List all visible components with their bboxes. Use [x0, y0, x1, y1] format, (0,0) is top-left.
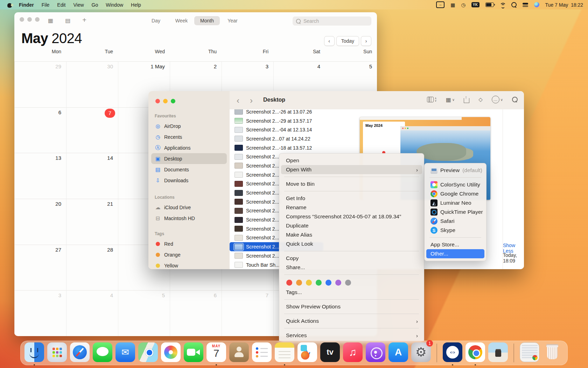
- dock-trash[interactable]: [542, 342, 562, 364]
- sidebar-item[interactable]: ◎ AirDrop: [151, 121, 227, 131]
- sidebar-item[interactable]: ☁ iCloud Drive: [151, 202, 227, 213]
- context-menu-item[interactable]: Move to Bin: [281, 179, 422, 189]
- dock-contacts[interactable]: [229, 342, 249, 364]
- file-row[interactable]: Screenshot 2...-26 at 13.07.26: [230, 109, 503, 116]
- calendar-cell[interactable]: 7: [66, 107, 118, 153]
- sidebar-item[interactable]: ◷ Recents: [151, 131, 227, 142]
- wifi-icon[interactable]: [500, 0, 505, 9]
- menu-bar-item[interactable]: Finder: [15, 0, 38, 9]
- search-button[interactable]: [512, 97, 518, 102]
- more-actions-button[interactable]: …∨: [492, 96, 503, 103]
- dock-music[interactable]: ♫: [343, 342, 363, 364]
- calendar-cell[interactable]: 6: [170, 290, 222, 336]
- context-menu-item[interactable]: [284, 274, 419, 275]
- context-menu-item[interactable]: Services ›: [281, 331, 422, 340]
- sidebar-item[interactable]: ▤ Documents: [151, 164, 227, 175]
- open-with-app-item[interactable]: Other...: [426, 249, 484, 258]
- sidebar-item[interactable]: Ⓐ Applications: [151, 142, 227, 153]
- menu-bar-item[interactable]: Help: [127, 0, 145, 9]
- dock-messages[interactable]: [92, 342, 113, 364]
- context-menu-item[interactable]: [284, 328, 419, 328]
- open-with-app-item[interactable]: [429, 237, 481, 238]
- context-menu-item[interactable]: [284, 314, 419, 314]
- tag-color-icon[interactable]: [335, 280, 341, 286]
- add-event-button[interactable]: +: [82, 16, 86, 24]
- view-tab[interactable]: Month: [194, 16, 220, 25]
- calendar-cell[interactable]: 6: [14, 107, 66, 153]
- context-menu-item[interactable]: Compress “Screenshot 2024-05-07 at 18.09…: [281, 212, 422, 221]
- open-with-app-item[interactable]: QuickTime Player: [426, 207, 484, 217]
- open-with-app-item[interactable]: Preview (default): [426, 166, 484, 175]
- menu-bar-item[interactable]: Edit: [53, 0, 69, 9]
- dock-safari[interactable]: [70, 342, 90, 364]
- back-button[interactable]: ‹: [237, 96, 239, 105]
- open-with-app-item[interactable]: ColorSync Utility: [426, 180, 484, 189]
- menu-bar-item[interactable]: Go: [88, 0, 102, 9]
- siri-icon[interactable]: [534, 0, 539, 9]
- dock-facetime[interactable]: [183, 342, 204, 364]
- menu-bar-item[interactable]: View: [69, 0, 88, 9]
- context-menu-item[interactable]: Show Preview Options: [281, 302, 422, 311]
- open-with-app-item[interactable]: Google Chrome: [426, 189, 484, 198]
- dock-calendar[interactable]: MAY 7: [206, 342, 226, 364]
- next-month-button[interactable]: ›: [361, 36, 371, 46]
- shield-grid-icon[interactable]: ▦: [450, 0, 455, 9]
- open-with-app-item[interactable]: Luminar Neo: [426, 198, 484, 207]
- tag-color-icon[interactable]: [286, 280, 292, 286]
- view-tab[interactable]: Week: [169, 16, 194, 25]
- minimize-icon[interactable]: [27, 17, 32, 22]
- context-menu-item[interactable]: [284, 299, 419, 300]
- share-button[interactable]: [464, 96, 469, 103]
- tag-color-icon[interactable]: [316, 280, 322, 286]
- forward-button[interactable]: ›: [250, 96, 253, 105]
- zoom-icon[interactable]: [171, 99, 175, 103]
- calendar-cell[interactable]: 21: [66, 199, 118, 245]
- context-menu-item[interactable]: Get Info: [281, 194, 422, 203]
- time-machine-icon[interactable]: ◷: [461, 0, 465, 9]
- tag-color-icon[interactable]: [296, 280, 302, 286]
- sidebar-tag-item[interactable]: Yellow: [151, 260, 227, 269]
- calendar-cell[interactable]: 20: [14, 199, 66, 245]
- sidebar-tag-item[interactable]: Orange: [151, 249, 227, 260]
- minimize-icon[interactable]: [163, 99, 168, 103]
- context-menu-item[interactable]: Share...: [281, 263, 422, 272]
- sidebar-tag-item[interactable]: Red: [151, 238, 227, 249]
- dock-maps[interactable]: [138, 342, 158, 364]
- battery-icon[interactable]: [485, 0, 494, 9]
- dock-freeform[interactable]: ∿: [297, 342, 317, 364]
- view-tab[interactable]: Year: [220, 16, 245, 25]
- context-menu-item[interactable]: Quick Look: [281, 239, 422, 248]
- dock-notes[interactable]: [274, 342, 295, 364]
- context-menu-item[interactable]: Open With ›: [281, 165, 422, 174]
- close-icon[interactable]: [20, 17, 24, 22]
- menu-bar-item[interactable]: Window: [102, 0, 127, 9]
- dock-minimized-window[interactable]: [519, 342, 540, 364]
- open-with-app-item[interactable]: Safari: [426, 217, 484, 226]
- dock-stock-photo-app[interactable]: [488, 342, 508, 364]
- calendar-cell[interactable]: 7: [222, 290, 273, 336]
- input-source-badge[interactable]: YK: [471, 0, 479, 9]
- control-center-icon[interactable]: [523, 0, 528, 9]
- apple-menu-icon[interactable]: [7, 2, 12, 8]
- context-menu-item[interactable]: Quick Actions ›: [281, 316, 422, 326]
- calendar-list-icon[interactable]: ▦: [48, 17, 53, 24]
- context-menu-item[interactable]: Tags...: [281, 288, 422, 297]
- dock-reminders[interactable]: [252, 342, 272, 364]
- open-with-app-item[interactable]: App Store...: [426, 240, 484, 249]
- zoom-icon[interactable]: [35, 17, 40, 22]
- calendar-cell[interactable]: 13: [14, 153, 66, 199]
- context-menu-item[interactable]: [284, 191, 419, 191]
- context-menu-item[interactable]: Copy: [281, 254, 422, 263]
- inbox-tray-icon[interactable]: ▤: [65, 17, 70, 24]
- dock-teamviewer[interactable]: [442, 342, 463, 364]
- teamviewer-status-icon[interactable]: ⇔: [436, 0, 444, 9]
- dock-podcasts[interactable]: [365, 342, 386, 364]
- context-menu-item[interactable]: Make Alias: [281, 230, 422, 239]
- dock-photos[interactable]: [161, 342, 181, 364]
- sidebar-item[interactable]: ⊟ Macintosh HD: [151, 213, 227, 224]
- open-with-app-item[interactable]: Skype: [426, 226, 484, 235]
- group-button[interactable]: ▦∨: [446, 96, 455, 103]
- open-with-app-item[interactable]: [429, 177, 481, 178]
- sidebar-item[interactable]: ⇩ Downloads: [151, 175, 227, 186]
- calendar-cell[interactable]: 27: [14, 245, 66, 291]
